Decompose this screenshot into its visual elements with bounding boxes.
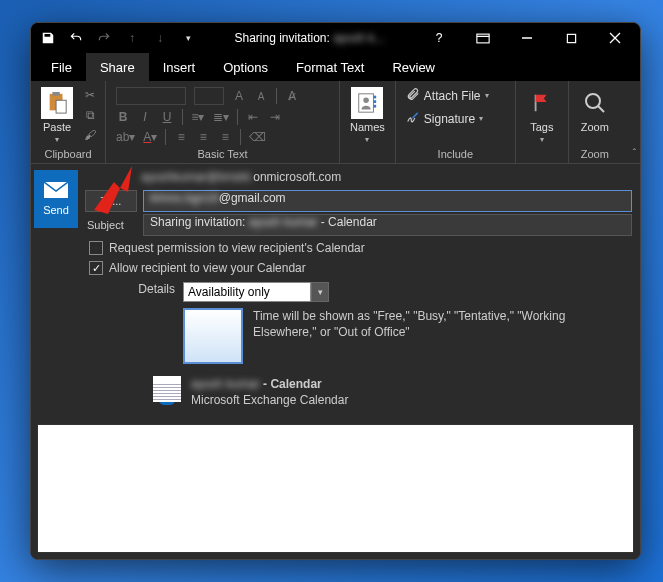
paste-button[interactable]: Paste ▾ bbox=[37, 85, 77, 146]
subject-label: Subject bbox=[85, 219, 137, 231]
svg-rect-3 bbox=[567, 34, 575, 42]
titlebar: ↑ ↓ ▾ Sharing invitation: ayush k... ? bbox=[31, 23, 640, 53]
names-button[interactable]: Names ▾ bbox=[346, 85, 389, 146]
indent-left-icon[interactable]: ⇤ bbox=[246, 110, 260, 124]
envelope-icon bbox=[44, 182, 68, 200]
details-label: Details bbox=[85, 282, 175, 296]
collapse-ribbon-icon[interactable]: ˆ bbox=[633, 148, 636, 159]
help-icon[interactable]: ? bbox=[418, 24, 460, 52]
to-field[interactable]: klmno.bgn18@gmail.com bbox=[143, 190, 632, 212]
request-permission-checkbox[interactable] bbox=[89, 241, 103, 255]
close-button[interactable] bbox=[594, 24, 636, 52]
save-icon[interactable] bbox=[35, 25, 61, 51]
tab-insert[interactable]: Insert bbox=[149, 53, 210, 81]
calendar-info: ayush kumar - Calendar Microsoft Exchang… bbox=[191, 376, 348, 408]
tab-review[interactable]: Review bbox=[378, 53, 449, 81]
align-right-icon[interactable]: ≡ bbox=[218, 130, 232, 144]
message-body[interactable] bbox=[37, 424, 634, 553]
maximize-button[interactable] bbox=[550, 24, 592, 52]
group-label-clipboard: Clipboard bbox=[37, 147, 99, 161]
italic-button[interactable]: I bbox=[138, 110, 152, 124]
ribbon: Paste ▾ ✂ ⧉ 🖌 Clipboard A bbox=[31, 81, 640, 164]
window-mode-icon[interactable] bbox=[462, 24, 504, 52]
group-label-include: Include bbox=[402, 147, 509, 161]
svg-rect-11 bbox=[374, 100, 377, 103]
allow-view-checkbox[interactable] bbox=[89, 261, 103, 275]
copy-icon[interactable]: ⧉ bbox=[81, 107, 99, 123]
from-line: ayushkumar@briskit.onmicrosoft.com bbox=[85, 168, 632, 188]
flag-icon bbox=[526, 87, 558, 119]
arrow-down-icon[interactable]: ↓ bbox=[147, 25, 173, 51]
svg-rect-8 bbox=[56, 100, 66, 113]
qat-customize-icon[interactable]: ▾ bbox=[175, 25, 201, 51]
clear-format-icon[interactable]: A̷ bbox=[285, 89, 299, 103]
ribbon-group-zoom: Zoom Zoom bbox=[569, 81, 621, 163]
tab-share[interactable]: Share bbox=[86, 53, 149, 81]
to-button[interactable]: To... bbox=[85, 190, 137, 212]
signature-button[interactable]: Signature ▾ bbox=[402, 108, 493, 129]
svg-point-14 bbox=[586, 94, 600, 108]
calendar-preview-icon bbox=[183, 308, 243, 364]
chevron-down-icon: ▾ bbox=[365, 135, 369, 144]
ribbon-group-include: Attach File ▾ Signature ▾ Include bbox=[396, 81, 516, 163]
subject-field[interactable]: Sharing invitation: ayush kumar - Calend… bbox=[143, 214, 632, 236]
group-label-basictext: Basic Text bbox=[112, 147, 333, 161]
ribbon-group-tags: Tags ▾ bbox=[516, 81, 569, 163]
redo-icon[interactable] bbox=[91, 25, 117, 51]
svg-line-15 bbox=[598, 106, 604, 112]
bold-button[interactable]: B bbox=[116, 110, 130, 124]
indent-right-icon[interactable]: ⇥ bbox=[268, 110, 282, 124]
align-left-icon[interactable]: ≡ bbox=[174, 130, 188, 144]
signature-icon bbox=[406, 110, 420, 127]
menu-tabs: File Share Insert Options Format Text Re… bbox=[31, 53, 640, 81]
ribbon-group-clipboard: Paste ▾ ✂ ⧉ 🖌 Clipboard bbox=[31, 81, 106, 163]
decrease-font-icon[interactable]: A bbox=[254, 91, 268, 102]
ribbon-group-names: Names ▾ bbox=[340, 81, 396, 163]
compose-area: Send ayushkumar@briskit.onmicrosoft.com … bbox=[31, 164, 640, 559]
group-label-zoom: Zoom bbox=[575, 147, 615, 161]
zoom-button[interactable]: Zoom bbox=[575, 85, 615, 135]
paste-icon bbox=[41, 87, 73, 119]
request-permission-label: Request permission to view recipient's C… bbox=[109, 241, 365, 255]
minimize-button[interactable] bbox=[506, 24, 548, 52]
ribbon-group-basic-text: A A A̷ B I U ≡▾ ≣▾ ⇤ ⇥ bbox=[106, 81, 340, 163]
arrow-up-icon[interactable]: ↑ bbox=[119, 25, 145, 51]
highlight-icon[interactable]: ab▾ bbox=[116, 130, 135, 144]
font-size-select[interactable] bbox=[194, 87, 224, 105]
svg-rect-12 bbox=[374, 105, 377, 108]
numbering-icon[interactable]: ≣▾ bbox=[213, 110, 229, 124]
eraser-icon[interactable]: ⌫ bbox=[249, 130, 266, 144]
chevron-down-icon: ▾ bbox=[540, 135, 544, 144]
font-name-select[interactable] bbox=[116, 87, 186, 105]
calendar-icon bbox=[153, 376, 181, 402]
undo-icon[interactable] bbox=[63, 25, 89, 51]
font-color-icon[interactable]: A▾ bbox=[143, 130, 157, 144]
details-description: Time will be shown as "Free," "Busy," "T… bbox=[253, 308, 632, 340]
increase-font-icon[interactable]: A bbox=[232, 89, 246, 103]
chevron-down-icon: ▾ bbox=[479, 114, 483, 123]
tab-format-text[interactable]: Format Text bbox=[282, 53, 378, 81]
tab-file[interactable]: File bbox=[37, 53, 86, 81]
svg-rect-0 bbox=[477, 34, 489, 43]
address-book-icon bbox=[351, 87, 383, 119]
svg-rect-10 bbox=[374, 96, 377, 99]
details-dropdown-icon[interactable]: ▾ bbox=[311, 282, 329, 302]
attach-file-button[interactable]: Attach File ▾ bbox=[402, 85, 493, 106]
svg-rect-7 bbox=[52, 92, 59, 96]
send-button[interactable]: Send bbox=[34, 170, 78, 228]
align-center-icon[interactable]: ≡ bbox=[196, 130, 210, 144]
outlook-window: ↑ ↓ ▾ Sharing invitation: ayush k... ? bbox=[30, 22, 641, 560]
format-painter-icon[interactable]: 🖌 bbox=[81, 127, 99, 143]
bullets-icon[interactable]: ≡▾ bbox=[191, 110, 205, 124]
window-title: Sharing invitation: ayush k... bbox=[201, 31, 418, 45]
tab-options[interactable]: Options bbox=[209, 53, 282, 81]
tags-button[interactable]: Tags ▾ bbox=[522, 85, 562, 146]
chevron-down-icon: ▾ bbox=[485, 91, 489, 100]
details-select[interactable]: Availability only bbox=[183, 282, 311, 302]
underline-button[interactable]: U bbox=[160, 110, 174, 124]
allow-view-label: Allow recipient to view your Calendar bbox=[109, 261, 306, 275]
magnifier-icon bbox=[579, 87, 611, 119]
chevron-down-icon: ▾ bbox=[55, 135, 59, 144]
paperclip-icon bbox=[406, 87, 420, 104]
cut-icon[interactable]: ✂ bbox=[81, 87, 99, 103]
